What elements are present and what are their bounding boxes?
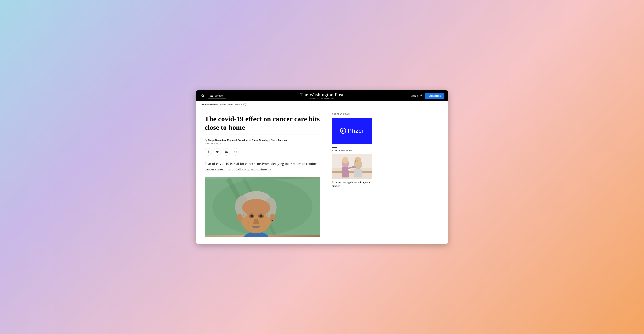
- nav-left: Sections: [200, 92, 226, 99]
- share-buttons: [204, 148, 320, 156]
- svg-point-2: [420, 94, 422, 96]
- related-image-illustration: [332, 154, 372, 179]
- svg-line-1: [204, 96, 204, 97]
- share-twitter-button[interactable]: [214, 148, 221, 156]
- search-icon: [201, 94, 204, 97]
- user-icon: [420, 94, 423, 97]
- pfizer-symbol-icon: [340, 127, 346, 134]
- info-icon[interactable]: i: [243, 103, 246, 106]
- svg-point-14: [242, 199, 270, 216]
- sign-in-button[interactable]: Sign In: [411, 94, 423, 97]
- article-meta: By Diego Sacristan, Regional President o…: [204, 139, 320, 145]
- sidebar: CONTENT FROM Pfizer MORE FROM PFIZER: [327, 108, 381, 244]
- twitter-icon: [216, 150, 219, 153]
- author-name: Diego Sacristan, Regional President of P…: [208, 139, 287, 141]
- share-email-button[interactable]: [232, 148, 239, 156]
- site-title[interactable]: The Washington Post: [300, 92, 344, 97]
- pfizer-logo: Pfizer: [340, 127, 364, 134]
- linkedin-icon: [225, 150, 228, 153]
- svg-point-18: [260, 215, 262, 217]
- svg-point-17: [251, 215, 253, 217]
- advertisement-bar: ADVERTISEMENT: Content supplied by Pfize…: [196, 101, 448, 108]
- related-article-title[interactable]: In cancer care, age is more than just a …: [332, 181, 376, 188]
- article-body: The covid-19 effect on cancer care hits …: [196, 108, 327, 244]
- search-button[interactable]: [200, 92, 206, 99]
- ad-text: ADVERTISEMENT: Content supplied by Pfize…: [201, 103, 242, 106]
- top-navigation: Sections The Washington Post Democracy D…: [196, 90, 448, 101]
- article-title: The covid-19 effect on cancer care hits …: [204, 115, 320, 132]
- site-tagline: Democracy Dies in Darkness: [300, 97, 344, 99]
- svg-point-3: [225, 151, 226, 151]
- article-image: [204, 177, 320, 237]
- more-from-label: MORE FROM PFIZER: [332, 150, 376, 152]
- svg-point-21: [272, 220, 273, 221]
- more-from-divider: [332, 147, 337, 148]
- sections-button[interactable]: Sections: [208, 93, 226, 98]
- sign-in-label: Sign In: [411, 94, 418, 97]
- svg-point-27: [342, 157, 348, 164]
- svg-rect-23: [332, 154, 372, 168]
- author-prefix: By: [204, 139, 207, 141]
- svg-point-0: [202, 94, 204, 96]
- svg-rect-29: [354, 169, 362, 177]
- article-image-placeholder: [204, 177, 320, 237]
- nav-right: Sign In Subscribe: [411, 93, 444, 99]
- article-lead-text: Fear of covid-19 is real for cancer surv…: [204, 161, 320, 172]
- content-from-label: CONTENT FROM: [332, 113, 376, 115]
- share-linkedin-button[interactable]: [223, 148, 230, 156]
- hamburger-icon: [210, 95, 213, 97]
- browser-window: Sections The Washington Post Democracy D…: [196, 90, 448, 244]
- article-illustration: [204, 177, 320, 237]
- email-icon: [234, 150, 237, 153]
- article-author: By Diego Sacristan, Regional President o…: [204, 139, 320, 141]
- nav-center: The Washington Post Democracy Dies in Da…: [300, 92, 344, 99]
- facebook-icon: [207, 150, 210, 153]
- pfizer-name: Pfizer: [348, 128, 364, 134]
- main-content: The covid-19 effect on cancer care hits …: [196, 108, 448, 244]
- share-facebook-button[interactable]: [204, 148, 212, 156]
- article-date: JANUARY 26, 2021: [204, 142, 320, 145]
- pfizer-logo-box[interactable]: Pfizer: [332, 118, 372, 144]
- related-article-image: [332, 154, 372, 179]
- sections-label: Sections: [214, 94, 224, 97]
- svg-point-19: [237, 214, 243, 222]
- svg-rect-24: [332, 171, 372, 173]
- related-article[interactable]: In cancer care, age is more than just a …: [332, 154, 376, 188]
- subscribe-button[interactable]: Subscribe: [425, 93, 444, 99]
